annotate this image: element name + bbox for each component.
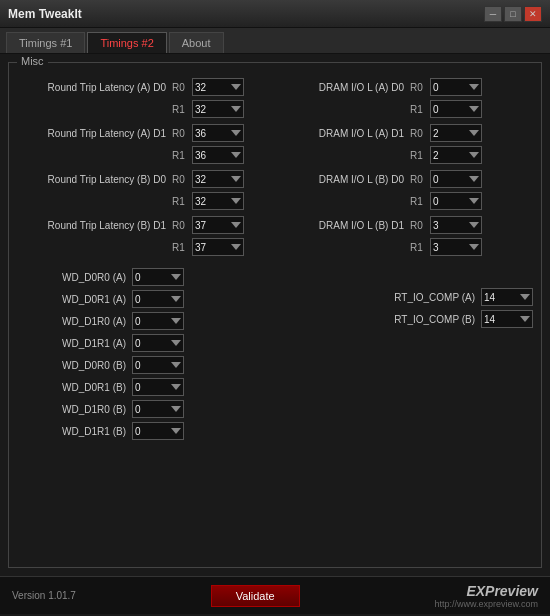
wd-d1r0a-label: WD_D1R0 (A)	[17, 316, 132, 327]
rtl-b-d1-r1-select[interactable]: 37	[192, 238, 244, 256]
wd-d1r0b-row: WD_D1R0 (B) 0	[17, 399, 270, 419]
left-column: Round Trip Latency (A) D0 R0 32 R1 32 Ro…	[17, 77, 270, 443]
rtl-b-d0-label: Round Trip Latency (B) D0	[17, 174, 172, 185]
validate-button[interactable]: Validate	[211, 585, 300, 607]
dram-a-d0-r0-select[interactable]: 0	[430, 78, 482, 96]
dram-b-d1-r1-row: R1 3	[280, 237, 533, 257]
wd-d0r1a-label: WD_D0R1 (A)	[17, 294, 132, 305]
dram-r0-label-4: R0	[410, 220, 430, 231]
wd-d0r1b-select[interactable]: 0	[132, 378, 184, 396]
rt-io-comp-a-select[interactable]: 14	[481, 288, 533, 306]
rt-io-comp-a-row: RT_IO_COMP (A) 14	[280, 287, 533, 307]
tab-timings2[interactable]: Timings #2	[87, 32, 166, 53]
wd-d1r0a-row: WD_D1R0 (A) 0	[17, 311, 270, 331]
wd-section-left: WD_D0R0 (A) 0 WD_D0R1 (A) 0 WD_D1R0 (A) …	[17, 267, 270, 441]
dram-a-d1-r1-row: R1 2	[280, 145, 533, 165]
maximize-button[interactable]: □	[504, 6, 522, 22]
r1-label-3: R1	[172, 196, 192, 207]
dram-b-d1-label: DRAM I/O L (B) D1	[280, 220, 410, 231]
r0-label: R0	[172, 82, 192, 93]
rt-section: RT_IO_COMP (A) 14 RT_IO_COMP (B) 14	[280, 287, 533, 329]
dram-b-d0-r1-select[interactable]: 0	[430, 192, 482, 210]
dram-b-d0-group: DRAM I/O L (B) D0 R0 0 R1 0	[280, 169, 533, 211]
rtl-b-d1-r0-row: Round Trip Latency (B) D1 R0 37	[17, 215, 270, 235]
wd-d1r0b-select[interactable]: 0	[132, 400, 184, 418]
rt-io-comp-b-row: RT_IO_COMP (B) 14	[280, 309, 533, 329]
rtl-b-d0-r0-row: Round Trip Latency (B) D0 R0 32	[17, 169, 270, 189]
r1-label: R1	[172, 104, 192, 115]
watermark: EXPreview http://www.expreview.com	[434, 583, 538, 609]
dram-r1-label-4: R1	[410, 242, 430, 253]
close-button[interactable]: ✕	[524, 6, 542, 22]
dram-a-d1-r0-select[interactable]: 2	[430, 124, 482, 142]
rt-io-comp-a-label: RT_IO_COMP (A)	[394, 292, 481, 303]
dram-b-d0-r0-select[interactable]: 0	[430, 170, 482, 188]
rtl-a-d1-r1-select[interactable]: 36	[192, 146, 244, 164]
dram-r1-label: R1	[410, 104, 430, 115]
wd-d0r1b-row: WD_D0R1 (B) 0	[17, 377, 270, 397]
wd-d0r0a-label: WD_D0R0 (A)	[17, 272, 132, 283]
rtl-b-d1-group: Round Trip Latency (B) D1 R0 37 R1 37	[17, 215, 270, 257]
wd-d0r0b-select[interactable]: 0	[132, 356, 184, 374]
wd-d1r1a-select[interactable]: 0	[132, 334, 184, 352]
columns-wrapper: Round Trip Latency (A) D0 R0 32 R1 32 Ro…	[17, 71, 533, 443]
wd-d0r1b-label: WD_D0R1 (B)	[17, 382, 132, 393]
watermark-url: http://www.expreview.com	[434, 599, 538, 609]
dram-b-d1-r0-row: DRAM I/O L (B) D1 R0 3	[280, 215, 533, 235]
dram-r0-label: R0	[410, 82, 430, 93]
rtl-b-d1-r0-select[interactable]: 37	[192, 216, 244, 234]
dram-a-d1-group: DRAM I/O L (A) D1 R0 2 R1 2	[280, 123, 533, 165]
bottom-bar: Version 1.01.7 Validate EXPreview http:/…	[0, 576, 550, 614]
tab-timings1[interactable]: Timings #1	[6, 32, 85, 53]
wd-d0r0a-row: WD_D0R0 (A) 0	[17, 267, 270, 287]
rtl-b-d0-r0-select[interactable]: 32	[192, 170, 244, 188]
rtl-a-d0-label: Round Trip Latency (A) D0	[17, 82, 172, 93]
rtl-a-d0-r1-row: R1 32	[17, 99, 270, 119]
dram-a-d1-label: DRAM I/O L (A) D1	[280, 128, 410, 139]
app-title: Mem TweakIt	[8, 7, 484, 21]
rtl-a-d1-r0-select[interactable]: 36	[192, 124, 244, 142]
wd-d1r1b-row: WD_D1R1 (B) 0	[17, 421, 270, 441]
tab-about[interactable]: About	[169, 32, 224, 53]
watermark-brand: EXPreview	[434, 583, 538, 599]
right-column: DRAM I/O L (A) D0 R0 0 R1 0 DRAM I/O L (…	[280, 77, 533, 443]
rtl-a-d0-group: Round Trip Latency (A) D0 R0 32 R1 32	[17, 77, 270, 119]
dram-a-d0-r1-select[interactable]: 0	[430, 100, 482, 118]
rt-io-comp-b-label: RT_IO_COMP (B)	[394, 314, 481, 325]
minimize-button[interactable]: ─	[484, 6, 502, 22]
wd-d1r0a-select[interactable]: 0	[132, 312, 184, 330]
rtl-a-d1-r1-row: R1 36	[17, 145, 270, 165]
r1-label-2: R1	[172, 150, 192, 161]
wd-d1r1b-select[interactable]: 0	[132, 422, 184, 440]
rtl-a-d0-r1-select[interactable]: 32	[192, 100, 244, 118]
r1-label-4: R1	[172, 242, 192, 253]
main-content: Misc Round Trip Latency (A) D0 R0 32 R1	[0, 54, 550, 576]
dram-a-d0-r1-row: R1 0	[280, 99, 533, 119]
r0-label-3: R0	[172, 174, 192, 185]
wd-d1r1a-row: WD_D1R1 (A) 0	[17, 333, 270, 353]
dram-a-d1-r1-select[interactable]: 2	[430, 146, 482, 164]
version-text: Version 1.01.7	[12, 590, 76, 601]
r0-label-2: R0	[172, 128, 192, 139]
rtl-b-d0-r1-select[interactable]: 32	[192, 192, 244, 210]
wd-d0r1a-select[interactable]: 0	[132, 290, 184, 308]
dram-a-d0-group: DRAM I/O L (A) D0 R0 0 R1 0	[280, 77, 533, 119]
dram-b-d0-r1-row: R1 0	[280, 191, 533, 211]
dram-r0-label-3: R0	[410, 174, 430, 185]
dram-b-d1-group: DRAM I/O L (B) D1 R0 3 R1 3	[280, 215, 533, 257]
dram-b-d0-r0-row: DRAM I/O L (B) D0 R0 0	[280, 169, 533, 189]
wd-d1r0b-label: WD_D1R0 (B)	[17, 404, 132, 415]
rt-io-comp-b-select[interactable]: 14	[481, 310, 533, 328]
rtl-a-d0-r0-select[interactable]: 32	[192, 78, 244, 96]
dram-r0-label-2: R0	[410, 128, 430, 139]
dram-a-d1-r0-row: DRAM I/O L (A) D1 R0 2	[280, 123, 533, 143]
rtl-b-d1-r1-row: R1 37	[17, 237, 270, 257]
rtl-a-d1-r0-row: Round Trip Latency (A) D1 R0 36	[17, 123, 270, 143]
wd-d0r0a-select[interactable]: 0	[132, 268, 184, 286]
wd-d0r1a-row: WD_D0R1 (A) 0	[17, 289, 270, 309]
dram-b-d1-r1-select[interactable]: 3	[430, 238, 482, 256]
dram-r1-label-3: R1	[410, 196, 430, 207]
window-controls: ─ □ ✕	[484, 6, 542, 22]
dram-b-d1-r0-select[interactable]: 3	[430, 216, 482, 234]
title-bar: Mem TweakIt ─ □ ✕	[0, 0, 550, 28]
